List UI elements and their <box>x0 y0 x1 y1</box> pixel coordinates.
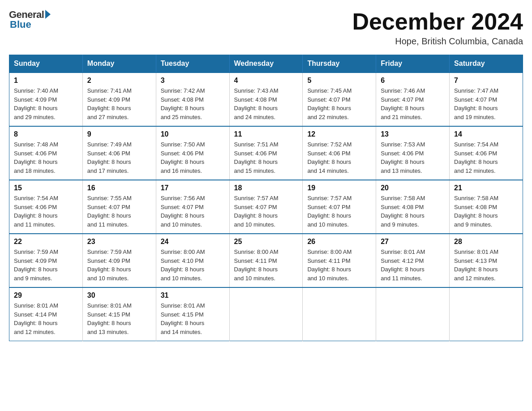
calendar-cell: 8 Sunrise: 7:48 AM Sunset: 4:06 PM Dayli… <box>9 126 83 180</box>
calendar-cell: 24 Sunrise: 8:00 AM Sunset: 4:10 PM Dayl… <box>156 234 229 287</box>
day-number: 26 <box>307 238 371 246</box>
day-info: Sunrise: 7:49 AM Sunset: 4:06 PM Dayligh… <box>87 140 151 175</box>
day-info: Sunrise: 7:54 AM Sunset: 4:06 PM Dayligh… <box>14 194 78 229</box>
day-info: Sunrise: 7:59 AM Sunset: 4:09 PM Dayligh… <box>14 248 78 283</box>
location-text: Hope, British Columbia, Canada <box>352 36 523 47</box>
day-info: Sunrise: 7:57 AM Sunset: 4:07 PM Dayligh… <box>234 194 298 229</box>
day-number: 18 <box>234 184 298 192</box>
day-number: 21 <box>454 184 518 192</box>
calendar-week-5: 29 Sunrise: 8:01 AM Sunset: 4:14 PM Dayl… <box>9 287 523 341</box>
calendar-header: Sunday Monday Tuesday Wednesday Thursday… <box>9 55 523 73</box>
day-number: 25 <box>234 238 298 246</box>
calendar-cell: 6 Sunrise: 7:46 AM Sunset: 4:07 PM Dayli… <box>376 73 450 126</box>
calendar-week-1: 1 Sunrise: 7:40 AM Sunset: 4:09 PM Dayli… <box>9 73 523 126</box>
day-number: 20 <box>381 184 445 192</box>
day-info: Sunrise: 7:51 AM Sunset: 4:06 PM Dayligh… <box>234 140 298 175</box>
header-saturday: Saturday <box>450 55 523 73</box>
day-info: Sunrise: 7:46 AM Sunset: 4:07 PM Dayligh… <box>381 86 445 121</box>
day-number: 22 <box>14 238 78 246</box>
calendar-cell: 11 Sunrise: 7:51 AM Sunset: 4:06 PM Dayl… <box>229 126 303 180</box>
calendar-week-2: 8 Sunrise: 7:48 AM Sunset: 4:06 PM Dayli… <box>9 126 523 180</box>
day-number: 5 <box>307 77 371 85</box>
day-info: Sunrise: 7:48 AM Sunset: 4:06 PM Dayligh… <box>14 140 78 175</box>
header-row: Sunday Monday Tuesday Wednesday Thursday… <box>9 55 523 73</box>
day-number: 9 <box>87 130 151 138</box>
day-info: Sunrise: 7:57 AM Sunset: 4:07 PM Dayligh… <box>307 194 371 229</box>
day-number: 31 <box>161 291 225 300</box>
calendar-cell: 27 Sunrise: 8:01 AM Sunset: 4:12 PM Dayl… <box>376 234 450 287</box>
calendar-cell: 20 Sunrise: 7:58 AM Sunset: 4:08 PM Dayl… <box>376 180 450 234</box>
calendar-cell: 26 Sunrise: 8:00 AM Sunset: 4:11 PM Dayl… <box>303 234 376 287</box>
day-info: Sunrise: 8:01 AM Sunset: 4:14 PM Dayligh… <box>14 301 78 336</box>
day-number: 27 <box>381 238 445 246</box>
day-number: 30 <box>87 291 151 300</box>
calendar-cell: 9 Sunrise: 7:49 AM Sunset: 4:06 PM Dayli… <box>82 126 156 180</box>
day-info: Sunrise: 7:56 AM Sunset: 4:07 PM Dayligh… <box>161 194 225 229</box>
calendar-cell: 31 Sunrise: 8:01 AM Sunset: 4:15 PM Dayl… <box>156 287 229 341</box>
day-info: Sunrise: 8:00 AM Sunset: 4:11 PM Dayligh… <box>307 248 371 283</box>
calendar-body: 1 Sunrise: 7:40 AM Sunset: 4:09 PM Dayli… <box>9 73 523 341</box>
header-monday: Monday <box>82 55 156 73</box>
calendar-cell <box>450 287 523 341</box>
day-number: 14 <box>454 130 518 138</box>
calendar-cell: 4 Sunrise: 7:43 AM Sunset: 4:08 PM Dayli… <box>229 73 303 126</box>
day-number: 7 <box>454 77 518 85</box>
calendar-cell: 15 Sunrise: 7:54 AM Sunset: 4:06 PM Dayl… <box>9 180 83 234</box>
day-info: Sunrise: 7:53 AM Sunset: 4:06 PM Dayligh… <box>381 140 445 175</box>
month-title: December 2024 <box>352 9 523 34</box>
logo-blue-text: Blue <box>9 19 31 30</box>
calendar-cell: 2 Sunrise: 7:41 AM Sunset: 4:09 PM Dayli… <box>82 73 156 126</box>
calendar-cell: 18 Sunrise: 7:57 AM Sunset: 4:07 PM Dayl… <box>229 180 303 234</box>
calendar-cell: 7 Sunrise: 7:47 AM Sunset: 4:07 PM Dayli… <box>450 73 523 126</box>
day-number: 17 <box>161 184 225 192</box>
day-number: 12 <box>307 130 371 138</box>
day-number: 11 <box>234 130 298 138</box>
day-number: 16 <box>87 184 151 192</box>
day-info: Sunrise: 8:01 AM Sunset: 4:15 PM Dayligh… <box>161 301 225 336</box>
calendar-cell: 13 Sunrise: 7:53 AM Sunset: 4:06 PM Dayl… <box>376 126 450 180</box>
day-number: 19 <box>307 184 371 192</box>
day-info: Sunrise: 7:58 AM Sunset: 4:08 PM Dayligh… <box>454 194 518 229</box>
day-number: 15 <box>14 184 78 192</box>
day-info: Sunrise: 7:43 AM Sunset: 4:08 PM Dayligh… <box>234 86 298 121</box>
day-number: 24 <box>161 238 225 246</box>
calendar-cell: 25 Sunrise: 8:00 AM Sunset: 4:11 PM Dayl… <box>229 234 303 287</box>
logo: General Blue <box>9 9 51 30</box>
calendar-cell: 23 Sunrise: 7:59 AM Sunset: 4:09 PM Dayl… <box>82 234 156 287</box>
header-tuesday: Tuesday <box>156 55 229 73</box>
calendar-cell: 14 Sunrise: 7:54 AM Sunset: 4:06 PM Dayl… <box>450 126 523 180</box>
calendar-cell: 1 Sunrise: 7:40 AM Sunset: 4:09 PM Dayli… <box>9 73 83 126</box>
day-number: 10 <box>161 130 225 138</box>
calendar-week-4: 22 Sunrise: 7:59 AM Sunset: 4:09 PM Dayl… <box>9 234 523 287</box>
header-wednesday: Wednesday <box>229 55 303 73</box>
calendar-cell: 3 Sunrise: 7:42 AM Sunset: 4:08 PM Dayli… <box>156 73 229 126</box>
day-info: Sunrise: 8:00 AM Sunset: 4:10 PM Dayligh… <box>161 248 225 283</box>
calendar-cell: 16 Sunrise: 7:55 AM Sunset: 4:07 PM Dayl… <box>82 180 156 234</box>
calendar-cell <box>303 287 376 341</box>
day-info: Sunrise: 8:01 AM Sunset: 4:12 PM Dayligh… <box>381 248 445 283</box>
day-info: Sunrise: 7:50 AM Sunset: 4:06 PM Dayligh… <box>161 140 225 175</box>
day-number: 8 <box>14 130 78 138</box>
day-number: 28 <box>454 238 518 246</box>
calendar-cell: 28 Sunrise: 8:01 AM Sunset: 4:13 PM Dayl… <box>450 234 523 287</box>
day-info: Sunrise: 8:01 AM Sunset: 4:13 PM Dayligh… <box>454 248 518 283</box>
calendar-cell <box>376 287 450 341</box>
day-info: Sunrise: 7:59 AM Sunset: 4:09 PM Dayligh… <box>87 248 151 283</box>
day-number: 23 <box>87 238 151 246</box>
calendar-cell: 12 Sunrise: 7:52 AM Sunset: 4:06 PM Dayl… <box>303 126 376 180</box>
day-info: Sunrise: 7:41 AM Sunset: 4:09 PM Dayligh… <box>87 86 151 121</box>
page-header: General Blue December 2024 Hope, British… <box>9 9 523 47</box>
calendar-table: Sunday Monday Tuesday Wednesday Thursday… <box>9 55 523 341</box>
day-info: Sunrise: 7:45 AM Sunset: 4:07 PM Dayligh… <box>307 86 371 121</box>
calendar-cell: 10 Sunrise: 7:50 AM Sunset: 4:06 PM Dayl… <box>156 126 229 180</box>
day-info: Sunrise: 8:00 AM Sunset: 4:11 PM Dayligh… <box>234 248 298 283</box>
calendar-cell: 29 Sunrise: 8:01 AM Sunset: 4:14 PM Dayl… <box>9 287 83 341</box>
day-number: 1 <box>14 77 78 85</box>
day-number: 13 <box>381 130 445 138</box>
calendar-cell: 30 Sunrise: 8:01 AM Sunset: 4:15 PM Dayl… <box>82 287 156 341</box>
day-number: 29 <box>14 291 78 300</box>
header-friday: Friday <box>376 55 450 73</box>
day-info: Sunrise: 7:54 AM Sunset: 4:06 PM Dayligh… <box>454 140 518 175</box>
logo-arrow-icon <box>45 10 51 19</box>
day-info: Sunrise: 7:52 AM Sunset: 4:06 PM Dayligh… <box>307 140 371 175</box>
